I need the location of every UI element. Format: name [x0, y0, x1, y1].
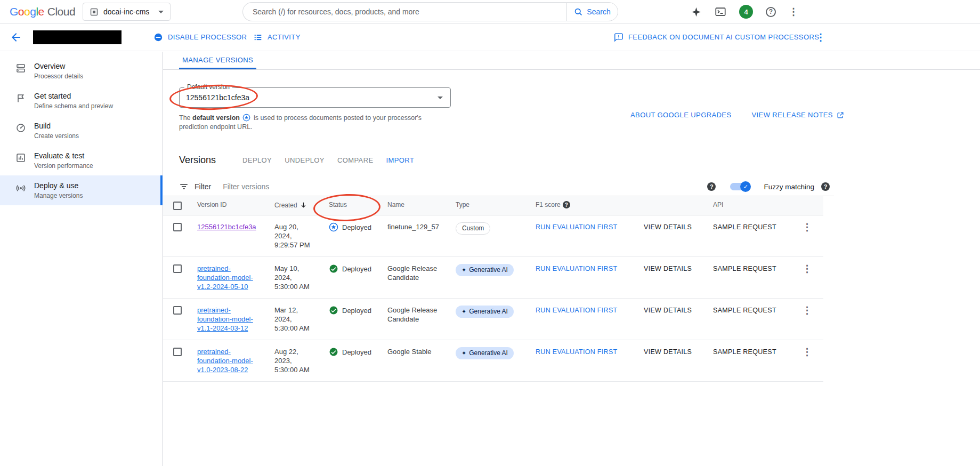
- notifications-badge[interactable]: 4: [739, 5, 753, 19]
- deploy-button[interactable]: DEPLOY: [236, 152, 278, 168]
- upgrade-links: ABOUT GOOGLE UPGRADES VIEW RELEASE NOTES: [630, 111, 844, 119]
- more-options-icon[interactable]: ⋮: [789, 7, 798, 17]
- name-cell: Google Release Candidate: [387, 299, 456, 331]
- gemini-sparkle-icon[interactable]: [691, 6, 702, 18]
- sidebar-item-subtitle: Processor details: [34, 73, 83, 80]
- col-view-details: [644, 196, 713, 206]
- filter-bar: Filter Fuzzy matching: [163, 177, 834, 196]
- sample-request-button[interactable]: SAMPLE REQUEST: [713, 307, 776, 314]
- version-id-link[interactable]: pretrained-foundation-model-v1.0-2023-08…: [197, 347, 266, 374]
- row-menu-icon[interactable]: ⋮: [803, 306, 812, 315]
- col-type: Type: [456, 196, 536, 213]
- name-cell: Google Stable: [387, 340, 456, 363]
- sidebar-item-title: Deploy & use: [34, 181, 83, 190]
- status-text: Deployed: [342, 348, 371, 357]
- tab-manage-versions[interactable]: MANAGE VERSIONS: [179, 52, 256, 69]
- sparkle-icon: ✦: [461, 266, 466, 275]
- sparkle-icon: ✦: [461, 307, 466, 316]
- versions-title: Versions: [179, 155, 216, 166]
- table-row: pretrained-foundation-model-v1.1-2024-03…: [163, 299, 823, 340]
- row-menu-icon[interactable]: ⋮: [803, 222, 812, 232]
- redacted-processor-name: [33, 30, 122, 44]
- row-checkbox[interactable]: [173, 348, 182, 356]
- bar-chart-icon: [15, 152, 26, 170]
- project-selector[interactable]: docai-inc-cms: [83, 3, 171, 21]
- sidebar-item-deploy-use[interactable]: Deploy & use Manage versions: [0, 175, 162, 205]
- block-icon: [153, 33, 163, 42]
- undeploy-button[interactable]: UNDEPLOY: [278, 152, 331, 168]
- created-cell: May 10, 2024, 5:30:00 AM: [274, 257, 329, 298]
- fuzzy-matching-toggle[interactable]: [730, 183, 749, 190]
- row-menu-icon[interactable]: ⋮: [803, 264, 812, 274]
- version-id-link[interactable]: 12556121bc1cfe3a: [197, 222, 266, 231]
- search-input[interactable]: [242, 2, 566, 21]
- search-icon: [574, 7, 583, 17]
- status-text: Deployed: [342, 306, 371, 315]
- sample-request-button[interactable]: SAMPLE REQUEST: [713, 348, 776, 356]
- topbar-icons: 4 ⋮: [691, 0, 798, 23]
- about-google-upgrades-link[interactable]: ABOUT GOOGLE UPGRADES: [630, 111, 731, 119]
- sample-request-button[interactable]: SAMPLE REQUEST: [713, 265, 776, 272]
- version-id-link[interactable]: pretrained-foundation-model-v1.1-2024-03…: [197, 306, 266, 333]
- sidebar-item-subtitle: Define schema and preview: [34, 102, 113, 110]
- cloud-shell-icon[interactable]: [715, 6, 726, 18]
- default-version-star-icon: [242, 114, 250, 122]
- row-checkbox[interactable]: [173, 223, 182, 231]
- activity-button[interactable]: ACTIVITY: [253, 33, 301, 42]
- sidebar-item-evaluate-test[interactable]: Evaluate & test Version performance: [0, 146, 162, 175]
- col-created[interactable]: Created: [274, 196, 329, 214]
- view-details-button[interactable]: VIEW DETAILS: [644, 223, 692, 231]
- project-name: docai-inc-cms: [103, 7, 153, 16]
- type-chip-generative-ai: ✦Generative AI: [456, 347, 514, 359]
- filter-help-icon[interactable]: [707, 182, 716, 191]
- sidebar-item-title: Overview: [34, 62, 83, 70]
- feedback-link[interactable]: FEEDBACK ON DOCUMENT AI CUSTOM PROCESSOR…: [614, 33, 819, 42]
- sidebar-item-subtitle: Create versions: [34, 132, 79, 140]
- view-release-notes-link[interactable]: VIEW RELEASE NOTES: [751, 111, 844, 119]
- disable-processor-button[interactable]: DISABLE PROCESSOR: [153, 33, 247, 42]
- view-details-button[interactable]: VIEW DETAILS: [644, 307, 692, 314]
- row-checkbox[interactable]: [173, 264, 182, 273]
- tab-strip: MANAGE VERSIONS: [163, 52, 980, 70]
- deployed-check-icon: [329, 264, 338, 274]
- row-checkbox[interactable]: [173, 306, 182, 315]
- left-nav: Overview Processor details Get started D…: [0, 52, 163, 466]
- default-version-select[interactable]: Default version 12556121bc1cfe3a: [179, 87, 451, 108]
- compare-button[interactable]: COMPARE: [331, 152, 380, 168]
- fuzzy-matching-label: Fuzzy matching: [764, 183, 814, 191]
- import-button[interactable]: IMPORT: [380, 152, 421, 168]
- chevron-down-icon: [158, 11, 164, 13]
- fuzzy-help-icon[interactable]: [821, 182, 830, 191]
- sample-request-button[interactable]: SAMPLE REQUEST: [713, 223, 776, 231]
- col-api: API: [713, 196, 799, 213]
- f1-help-icon[interactable]: [563, 201, 570, 208]
- run-evaluation-first-link[interactable]: RUN EVALUATION FIRST: [536, 307, 617, 314]
- table-row: 12556121bc1cfe3a Aug 20, 2024, 9:29:57 P…: [163, 215, 823, 257]
- sidebar-item-build[interactable]: Build Create versions: [0, 116, 162, 146]
- sidebar-item-overview[interactable]: Overview Processor details: [0, 56, 162, 86]
- sparkle-icon: ✦: [461, 349, 466, 358]
- logo-cloud-text: Cloud: [47, 5, 75, 18]
- row-menu-icon[interactable]: ⋮: [803, 347, 812, 357]
- help-icon[interactable]: [766, 7, 776, 17]
- view-details-button[interactable]: VIEW DETAILS: [644, 348, 692, 356]
- table-row: pretrained-foundation-model-v1.2-2024-05…: [163, 257, 823, 299]
- view-details-button[interactable]: VIEW DETAILS: [644, 265, 692, 272]
- toolbar-more-options-icon[interactable]: ⋮: [816, 33, 825, 42]
- filter-versions-input[interactable]: [223, 182, 383, 191]
- deployed-check-icon: [329, 347, 338, 357]
- build-icon: [15, 123, 26, 140]
- run-evaluation-first-link[interactable]: RUN EVALUATION FIRST: [536, 223, 617, 231]
- open-in-new-icon: [837, 111, 844, 119]
- sidebar-item-title: Evaluate & test: [34, 151, 93, 160]
- sidebar-item-get-started[interactable]: Get started Define schema and preview: [0, 86, 162, 116]
- version-id-link[interactable]: pretrained-foundation-model-v1.2-2024-05…: [197, 264, 266, 291]
- col-name: Name: [387, 196, 456, 213]
- back-arrow-icon[interactable]: [10, 31, 22, 44]
- search-button[interactable]: Search: [566, 2, 618, 21]
- run-evaluation-first-link[interactable]: RUN EVALUATION FIRST: [536, 265, 617, 272]
- chevron-down-icon: [438, 97, 443, 99]
- run-evaluation-first-link[interactable]: RUN EVALUATION FIRST: [536, 348, 617, 356]
- google-cloud-logo[interactable]: Google Cloud: [10, 5, 75, 18]
- select-all-checkbox[interactable]: [173, 202, 182, 210]
